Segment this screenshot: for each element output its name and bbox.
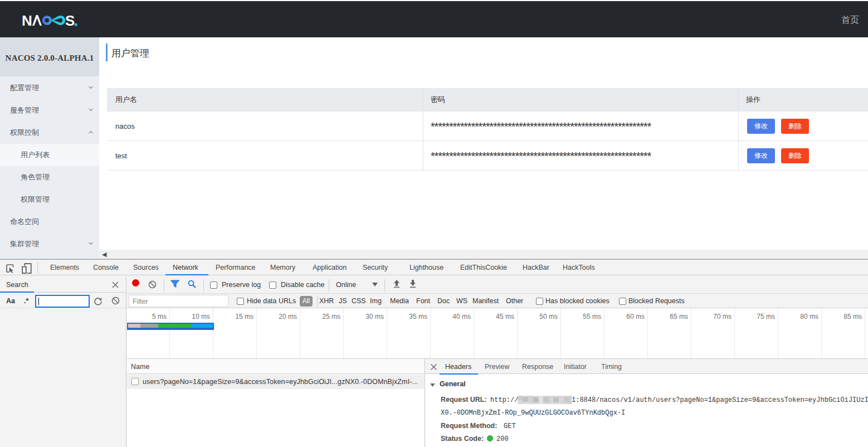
svg-text:S: S — [65, 12, 75, 28]
svg-text:N: N — [22, 12, 32, 28]
